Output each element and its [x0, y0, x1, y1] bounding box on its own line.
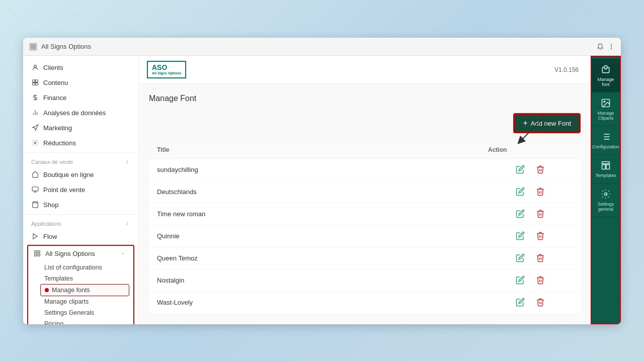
font-title-cell: sundaychilling: [149, 159, 480, 181]
megaphone-icon: [31, 124, 39, 132]
table-row: Queen Temoz: [149, 247, 581, 269]
title-bar-actions: [597, 43, 615, 50]
svg-rect-38: [602, 164, 606, 169]
sales-channels-label: Canaux de vente: [23, 155, 138, 167]
font-title-cell: Deutschlands: [149, 181, 480, 203]
aso-logo-sub: All Signs Options: [152, 71, 181, 75]
svg-rect-28: [605, 66, 607, 69]
table-row: Time new roman: [149, 203, 581, 225]
delete-button[interactable]: [535, 230, 546, 241]
svg-point-40: [605, 193, 607, 196]
layers-icon: [31, 78, 39, 86]
bell-icon[interactable]: [597, 43, 604, 50]
store-icon: [31, 170, 39, 178]
action-cell: [480, 292, 581, 314]
aso-sub-menu: List of configurations Templates Manage …: [28, 261, 133, 324]
delete-button[interactable]: [535, 252, 546, 263]
divider-1: [23, 152, 138, 153]
bag-icon: [31, 201, 39, 209]
aso-group-header[interactable]: All Signs Options: [28, 246, 133, 261]
sidebar-item-boutique[interactable]: Boutique en ligne: [23, 167, 138, 182]
sidebar-item-contenu[interactable]: Contenu: [23, 75, 138, 90]
delete-button[interactable]: [535, 208, 546, 219]
more-icon[interactable]: [608, 43, 615, 50]
sidebar-item-marketing[interactable]: Marketing: [23, 120, 138, 135]
edit-button[interactable]: [515, 297, 526, 308]
delete-button[interactable]: [535, 186, 546, 197]
delete-button[interactable]: [535, 275, 546, 286]
font-title-cell: Time new roman: [149, 203, 480, 225]
font-icon: [600, 64, 611, 75]
col-action: Action: [480, 141, 581, 159]
svg-rect-0: [31, 44, 36, 49]
svg-rect-19: [35, 251, 37, 253]
sidebar-item-finance[interactable]: Finance: [23, 90, 138, 105]
content-area: ASOAll Signs Options V1.0.156 Manage Fon…: [139, 56, 591, 324]
templates-icon: [600, 160, 611, 171]
flow-icon: [31, 232, 39, 240]
person-icon: [31, 63, 39, 71]
action-cell: [480, 225, 581, 247]
right-panel-configuration[interactable]: Configuration: [592, 126, 620, 155]
add-font-button[interactable]: + Add new Font: [513, 113, 581, 133]
edit-button[interactable]: [515, 275, 526, 286]
right-panel-settings[interactable]: Settings general: [592, 184, 620, 217]
aso-manage-fonts[interactable]: Manage fonts: [40, 284, 129, 296]
svg-rect-8: [36, 83, 38, 85]
svg-marker-18: [33, 234, 37, 239]
pos-icon: [31, 186, 39, 194]
sidebar-item-clients[interactable]: Clients: [23, 60, 138, 75]
sidebar-item-pos[interactable]: Point de vente: [23, 182, 138, 197]
aso-logo: ASOAll Signs Options: [147, 61, 186, 78]
table-row: Deutschlands: [149, 181, 581, 203]
plus-icon: +: [523, 119, 527, 128]
font-title-cell: Queen Temoz: [149, 247, 480, 269]
action-cell: [480, 181, 581, 203]
right-panel-manage-font[interactable]: Manage font: [592, 59, 620, 93]
edit-button[interactable]: [515, 164, 526, 175]
svg-point-2: [611, 46, 611, 47]
svg-rect-5: [33, 80, 35, 82]
aso-group: All Signs Options List of configurations…: [27, 245, 134, 324]
font-title-cell: Quinnie: [149, 225, 480, 247]
manage-fonts-bullet: [45, 288, 49, 292]
aso-list-configs[interactable]: List of configurations: [40, 262, 129, 273]
sidebar-item-analyses[interactable]: Analyses de données: [23, 105, 138, 120]
table-row: sundaychilling: [149, 159, 581, 181]
action-cell: [480, 269, 581, 292]
sidebar-item-reductions[interactable]: Réductions: [23, 135, 138, 150]
svg-point-30: [604, 101, 605, 103]
svg-point-4: [34, 65, 37, 67]
applications-label: Applications: [23, 217, 138, 229]
right-panel-manage-cliparts[interactable]: Manage Cliparts: [592, 93, 620, 126]
edit-button[interactable]: [515, 230, 526, 241]
svg-point-3: [611, 48, 611, 49]
app-header: ASOAll Signs Options V1.0.156: [139, 56, 591, 84]
title-bar-text: All Signs Options: [41, 43, 593, 50]
settings-gen-icon: [600, 189, 611, 200]
table-row: Quinnie: [149, 225, 581, 247]
delete-button[interactable]: [535, 164, 546, 175]
action-cell: [480, 247, 581, 269]
sidebar-item-flow[interactable]: Flow: [23, 229, 138, 244]
svg-rect-22: [35, 254, 37, 256]
edit-button[interactable]: [515, 186, 526, 197]
sidebar-item-shop[interactable]: Shop: [23, 197, 138, 212]
svg-rect-6: [36, 80, 38, 82]
right-panel-templates[interactable]: Templates: [592, 155, 620, 184]
chart-icon: [31, 109, 39, 117]
svg-rect-37: [602, 162, 610, 164]
aso-icon: [33, 249, 41, 257]
aso-manage-cliparts[interactable]: Manage cliparts: [40, 296, 129, 307]
delete-button[interactable]: [535, 297, 546, 308]
svg-point-13: [34, 142, 36, 144]
font-table: Title Action sundaychilling: [149, 141, 581, 313]
aso-pricing[interactable]: Pricing: [40, 318, 129, 324]
page-title: Manage Font: [149, 94, 581, 103]
finance-icon: [31, 94, 39, 102]
aso-templates[interactable]: Templates: [40, 273, 129, 284]
col-title: Title: [149, 141, 480, 159]
aso-settings-generals[interactable]: Settings Generals: [40, 307, 129, 318]
edit-button[interactable]: [515, 252, 526, 263]
edit-button[interactable]: [515, 208, 526, 219]
